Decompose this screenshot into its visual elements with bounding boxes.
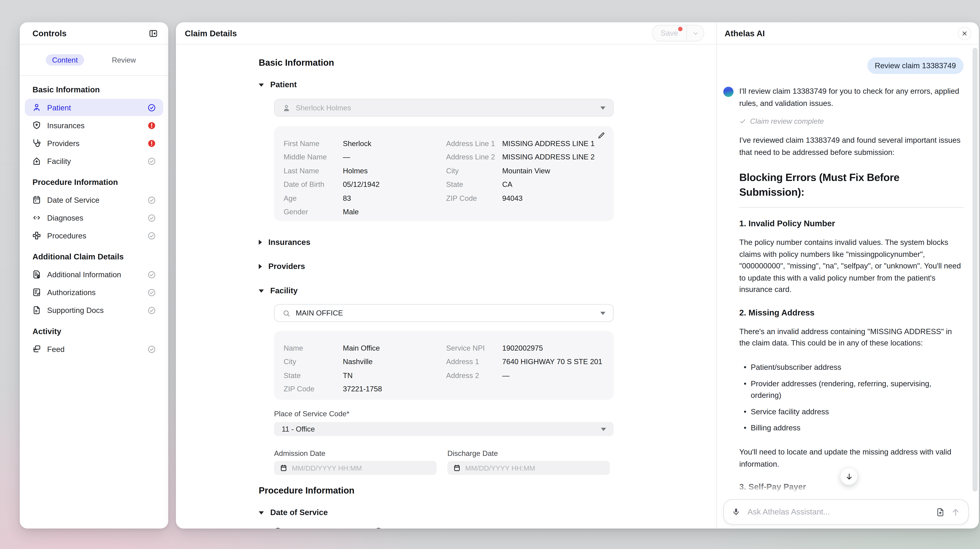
chat-messages[interactable]: Review claim 13383749 I'll review claim … (717, 45, 979, 528)
claim-form-scroll[interactable]: Basic Information Patient Sherlock Holme… (176, 45, 716, 528)
unsaved-changes-dot (678, 27, 682, 31)
select-caret-icon (600, 311, 605, 315)
field-row: CityMountain View (446, 164, 605, 178)
field-row: Last NameHolmes (283, 164, 446, 178)
collapse-panel-button[interactable] (146, 27, 159, 40)
single-date-radio[interactable]: Single Date of Service (274, 527, 362, 528)
sidebar-item-supporting-docs[interactable]: Supporting Docs (25, 302, 163, 319)
sidebar-item-date-of-service[interactable]: Date of Service (25, 191, 163, 208)
field-row: ZIP Code37221-1758 (283, 382, 446, 396)
send-button[interactable] (951, 507, 960, 517)
report-section2-body: There's an invalid address containing "M… (739, 326, 964, 349)
report-section2-title: 2. Missing Address (739, 308, 964, 317)
sidebar-item-insurances[interactable]: Insurances (25, 117, 163, 134)
sidebar-item-label: Providers (47, 138, 80, 148)
caret-down-icon (259, 83, 264, 86)
assistant-input[interactable] (746, 507, 930, 517)
list-item: Provider addresses (rendering, referring… (751, 378, 964, 401)
save-button[interactable]: Save (652, 29, 686, 38)
sidebar-item-additional-information[interactable]: Additional Information (25, 266, 163, 283)
sidebar-item-label: Supporting Docs (47, 306, 104, 315)
calendar-icon (32, 195, 41, 205)
document-icon (32, 305, 41, 315)
save-split-button: Save (652, 25, 704, 41)
report-heading: Blocking Errors (Must Fix Before Submiss… (739, 170, 964, 199)
admission-date-field[interactable] (292, 464, 431, 472)
sidebar-item-label: Patient (47, 103, 71, 112)
check-circle-icon (147, 270, 156, 279)
sidebar-item-providers[interactable]: Providers (25, 135, 163, 152)
report-section2-footer: You'll need to locate and update the mis… (739, 446, 964, 470)
field-row: Middle Name— (283, 150, 446, 164)
page-title: Claim Details (185, 29, 237, 38)
sidebar-item-feed[interactable]: Feed (25, 341, 163, 358)
stethoscope-icon (32, 138, 41, 148)
providers-collapsible[interactable]: Providers (259, 262, 614, 271)
tab-content[interactable]: Content (46, 54, 84, 66)
person-icon (282, 103, 291, 112)
patient-select[interactable]: Sherlock Holmes (274, 99, 614, 117)
sidebar-item-patient[interactable]: Patient (25, 99, 163, 116)
chevron-down-icon (692, 30, 699, 37)
radio-selected-icon (274, 528, 282, 528)
facility-collapsible[interactable]: Facility (259, 286, 614, 295)
multiple-dates-radio[interactable]: Multiple Dates of Service (375, 527, 471, 528)
save-options-button[interactable] (687, 30, 704, 37)
date-of-service-collapsible[interactable]: Date of Service (259, 508, 614, 517)
sidebar-item-diagnoses[interactable]: Diagnoses (25, 209, 163, 226)
controls-tabs: Content Review (20, 45, 169, 76)
facility-icon (32, 156, 41, 166)
sidebar-item-authorizations[interactable]: Authorizations (25, 284, 163, 301)
discharge-date-label: Discharge Date (447, 449, 610, 457)
sidebar-item-label: Additional Information (47, 270, 121, 279)
close-chat-button[interactable] (958, 27, 971, 40)
field-row: Address 2— (446, 368, 605, 382)
patient-collapsible[interactable]: Patient (259, 80, 614, 89)
athelas-ai-title: Athelas AI (725, 29, 765, 38)
list-item: Patient/subscriber address (751, 361, 964, 373)
app-background: Controls Content Review Basic Informatio… (0, 0, 980, 549)
patient-icon (32, 103, 41, 112)
report-summary: I've reviewed claim 13383749 and found s… (739, 135, 964, 158)
attach-file-icon[interactable] (935, 507, 945, 517)
nav-section-procedure: Procedure Information (33, 178, 156, 187)
field-row: StateTN (283, 368, 446, 382)
sidebar-item-procedures[interactable]: Procedures (25, 227, 163, 244)
sidebar-item-label: Procedures (47, 231, 86, 240)
field-row: Address Line 1MISSING ADDRESS LINE 1 (446, 137, 605, 150)
controls-nav: Basic Information Patient Insurances (20, 76, 169, 528)
microphone-icon[interactable] (732, 508, 741, 516)
error-badge-icon (147, 121, 156, 130)
nav-section-additional: Additional Claim Details (33, 253, 156, 261)
discharge-date-input[interactable] (447, 461, 610, 475)
radio-unselected-icon (375, 528, 382, 528)
check-circle-icon (147, 196, 156, 205)
report-section1-title: 1. Invalid Policy Number (739, 219, 964, 228)
place-of-service-label: Place of Service Code* (274, 410, 614, 418)
tab-review[interactable]: Review (105, 54, 142, 66)
edit-patient-button[interactable] (597, 131, 605, 140)
field-row: CityNashville (283, 355, 446, 368)
chat-scrollbar[interactable] (972, 48, 978, 492)
field-row: ZIP Code94043 (446, 191, 605, 205)
facility-select[interactable]: MAIN OFFICE (274, 304, 614, 322)
insurances-collapsible[interactable]: Insurances (259, 238, 614, 247)
clipboard-check-icon (32, 288, 41, 297)
sidebar-item-facility[interactable]: Facility (25, 152, 163, 170)
athelas-ai-header: Athelas AI (717, 22, 979, 45)
place-of-service-select[interactable]: 11 - Office (274, 422, 614, 436)
check-circle-icon (147, 288, 156, 297)
admission-date-label: Admission Date (274, 449, 436, 457)
search-icon (282, 309, 291, 317)
admission-date-input[interactable] (274, 461, 436, 475)
select-caret-icon (601, 427, 606, 431)
discharge-date-field[interactable] (465, 464, 604, 472)
calendar-icon (453, 464, 461, 472)
file-badge-icon (32, 270, 41, 279)
athelas-ai-panel: Athelas AI Review claim 13383749 I'll re… (717, 22, 979, 528)
sidebar-item-label: Insurances (47, 121, 85, 130)
field-row: Date of Birth05/12/1942 (283, 178, 446, 191)
claim-details-header: Claim Details Save (176, 22, 716, 45)
scroll-to-bottom-button[interactable] (840, 467, 858, 485)
sidebar-item-label: Date of Service (47, 196, 100, 205)
